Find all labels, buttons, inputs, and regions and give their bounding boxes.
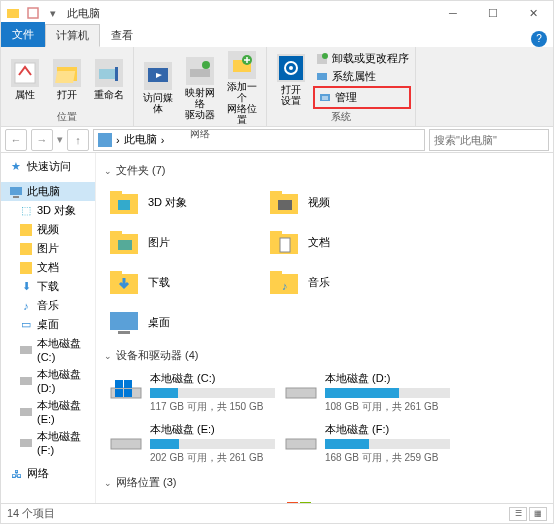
folder-pictures[interactable]: 图片	[104, 222, 264, 262]
nav-3d-objects[interactable]: ⬚3D 对象	[1, 201, 95, 220]
drive-icon	[283, 371, 319, 401]
svg-point-15	[289, 66, 293, 70]
nav-pictures[interactable]: 图片	[1, 239, 95, 258]
nav-drive-d[interactable]: 本地磁盘 (D:)	[1, 365, 95, 396]
svg-rect-51	[115, 389, 123, 397]
folder-desktop[interactable]: 桌面	[104, 302, 264, 342]
drive-item[interactable]: 本地磁盘 (E:) 202 GB 可用，共 261 GB	[104, 418, 279, 469]
icons-view-button[interactable]: ▦	[529, 507, 547, 521]
nav-quick-access[interactable]: ★快速访问	[1, 157, 95, 176]
manage-button[interactable]: 管理	[316, 89, 408, 106]
drive-item[interactable]: 本地磁盘 (D:) 108 GB 可用，共 261 GB	[279, 367, 454, 418]
network-location-item[interactable]: Administrator (dyj)	[104, 494, 279, 503]
download-icon: ⬇	[19, 280, 33, 294]
svg-rect-5	[99, 69, 117, 79]
nav-documents[interactable]: 文档	[1, 258, 95, 277]
folder-downloads[interactable]: 下载	[104, 262, 264, 302]
drive-icon	[19, 405, 33, 419]
drive-item[interactable]: 本地磁盘 (C:) 117 GB 可用，共 150 GB	[104, 367, 279, 418]
qat-dropdown-icon[interactable]: ▾	[45, 5, 61, 21]
svg-rect-9	[190, 69, 210, 77]
folder-3d-objects[interactable]: 3D 对象	[104, 182, 264, 222]
nav-this-pc[interactable]: 此电脑	[1, 182, 95, 201]
nav-downloads[interactable]: ⬇下载	[1, 277, 95, 296]
svg-point-10	[202, 61, 210, 69]
svg-rect-1	[28, 8, 38, 18]
svg-rect-6	[115, 67, 118, 81]
maximize-button[interactable]: ☐	[473, 1, 513, 25]
window-title: 此电脑	[67, 6, 100, 21]
svg-rect-47	[118, 331, 130, 334]
picture-icon	[19, 242, 33, 256]
svg-rect-0	[7, 9, 19, 18]
drive-item[interactable]: 本地磁盘 (F:) 168 GB 可用，共 259 GB	[279, 418, 454, 469]
navigation-pane[interactable]: ★快速访问 此电脑 ⬚3D 对象 视频 图片 文档 ⬇下载 ♪音乐 ▭桌面 本地…	[1, 153, 96, 503]
qat-properties-icon[interactable]	[25, 5, 41, 21]
item-count: 14 个项目	[7, 506, 55, 521]
close-button[interactable]: ✕	[513, 1, 553, 25]
folder-icon	[5, 5, 21, 21]
svg-rect-18	[317, 73, 327, 80]
folder-documents[interactable]: 文档	[264, 222, 424, 262]
folder-icon	[268, 226, 300, 258]
drive-icon	[108, 422, 144, 452]
details-view-button[interactable]: ☰	[509, 507, 527, 521]
svg-rect-52	[124, 389, 132, 397]
svg-rect-20	[10, 187, 22, 195]
folder-icon: ♪	[268, 266, 300, 298]
add-network-location-button[interactable]: 添加一个 网络位置	[222, 49, 262, 127]
open-button[interactable]: 打开	[47, 57, 87, 102]
search-input[interactable]	[429, 129, 549, 151]
system-properties-button[interactable]: 系统属性	[313, 68, 411, 85]
group-header-drives[interactable]: ⌄设备和驱动器 (4)	[104, 348, 545, 363]
svg-rect-44	[270, 271, 282, 276]
nav-desktop[interactable]: ▭桌面	[1, 315, 95, 334]
svg-rect-24	[20, 262, 32, 274]
nav-drive-f[interactable]: 本地磁盘 (F:)	[1, 427, 95, 458]
ribbon-tabs: 文件 计算机 查看 ?	[1, 25, 553, 47]
back-button[interactable]: ←	[5, 129, 27, 151]
group-header-network[interactable]: ⌄网络位置 (3)	[104, 475, 545, 490]
folder-videos[interactable]: 视频	[264, 182, 424, 222]
network-location-item[interactable]: Administrator (test-1709052006)	[279, 494, 454, 503]
access-media-button[interactable]: 访问媒体	[138, 60, 178, 116]
tab-view[interactable]: 查看	[100, 24, 144, 47]
open-settings-button[interactable]: 打开 设置	[271, 52, 311, 108]
chevron-down-icon: ⌄	[104, 351, 112, 361]
address-bar: ← → ▾ ↑ › 此电脑 ›	[1, 127, 553, 153]
minimize-button[interactable]: ─	[433, 1, 473, 25]
svg-rect-4	[55, 71, 75, 83]
star-icon: ★	[9, 160, 23, 174]
video-icon	[19, 223, 33, 237]
map-network-drive-button[interactable]: 映射网络 驱动器	[180, 55, 220, 122]
breadcrumb[interactable]: › 此电脑 ›	[93, 129, 425, 151]
nav-network[interactable]: 🖧网络	[1, 464, 95, 483]
properties-button[interactable]: 属性	[5, 57, 45, 102]
group-location-label: 位置	[5, 110, 129, 124]
manage-icon	[318, 91, 332, 105]
forward-button[interactable]: →	[31, 129, 53, 151]
svg-rect-23	[20, 243, 32, 255]
svg-rect-33	[270, 191, 282, 196]
svg-rect-40	[280, 238, 290, 252]
nav-drive-c[interactable]: 本地磁盘 (C:)	[1, 334, 95, 365]
uninstall-programs-button[interactable]: 卸载或更改程序	[313, 50, 411, 67]
help-button[interactable]: ?	[531, 31, 547, 47]
nav-music[interactable]: ♪音乐	[1, 296, 95, 315]
up-button[interactable]: ↑	[67, 129, 89, 151]
nav-drive-e[interactable]: 本地磁盘 (E:)	[1, 396, 95, 427]
folder-music[interactable]: ♪音乐	[264, 262, 424, 302]
document-icon	[19, 261, 33, 275]
nav-videos[interactable]: 视频	[1, 220, 95, 239]
content-pane[interactable]: ⌄文件夹 (7) 3D 对象 视频 图片 文档 下载 ♪音乐 桌面 ⌄设备和驱动…	[96, 153, 553, 503]
rename-button[interactable]: 重命名	[89, 57, 129, 102]
folder-icon	[108, 186, 140, 218]
uninstall-icon	[315, 52, 329, 66]
tab-computer[interactable]: 计算机	[45, 24, 100, 47]
svg-rect-30	[110, 191, 122, 196]
recent-dropdown[interactable]: ▾	[57, 133, 63, 146]
ribbon: 属性 打开 重命名 位置 访问媒体	[1, 47, 553, 127]
svg-rect-49	[115, 380, 123, 388]
tab-file[interactable]: 文件	[1, 22, 45, 47]
group-header-folders[interactable]: ⌄文件夹 (7)	[104, 163, 545, 178]
